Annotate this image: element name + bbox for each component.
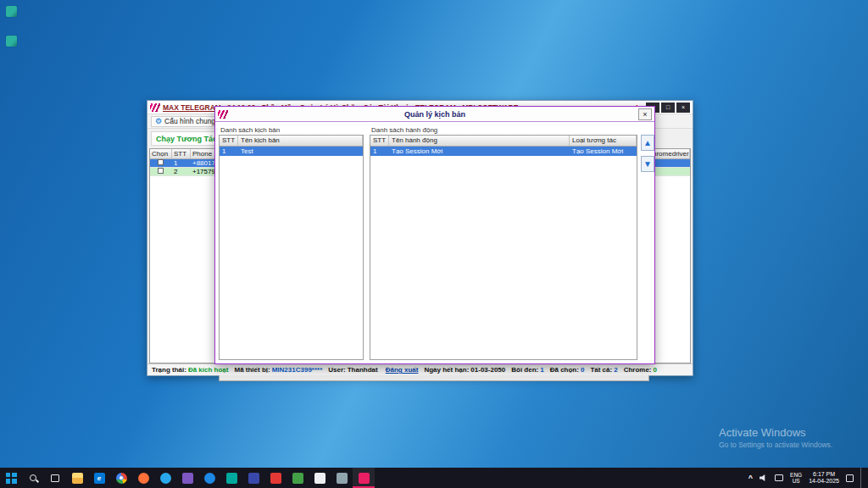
gear-icon: ⚙ — [155, 118, 162, 125]
select-cell — [150, 168, 172, 176]
column-header-stt: STT — [172, 149, 191, 158]
status-segment-value: 1 — [540, 366, 543, 374]
desktop-shortcut-icon[interactable] — [6, 36, 17, 47]
select-cell — [150, 159, 172, 168]
column-header-stt: STT — [370, 136, 389, 146]
status-segment-value: Đã kích hoạt — [188, 366, 229, 374]
dialog-close-button[interactable]: × — [638, 108, 652, 120]
dialog-titlebar: Quản lý kịch bản × — [215, 107, 654, 122]
status-bar: Trạng thái: Đã kích hoạt Mã thiết bị: MI… — [147, 363, 693, 375]
red-app-icon[interactable] — [264, 468, 287, 488]
column-header-select: Chọn — [150, 149, 172, 158]
tray-expand-icon[interactable]: ^ — [748, 474, 753, 482]
status-segment-value: 0 — [654, 366, 657, 374]
status-segment-label: User: — [328, 366, 345, 374]
status-segment-label: Bôi đen: — [511, 366, 538, 374]
taskbar: e ^ ENG US 6:17 PM 14-04-2025 — [0, 468, 868, 488]
account-checkbox[interactable] — [158, 159, 164, 165]
status-segment: Đã chọn: 0 — [550, 366, 585, 374]
actions-table-body: 1 Tạo Session Mới Tạo Session Mới — [370, 147, 637, 156]
desktop-shortcut-icon[interactable] — [6, 6, 17, 17]
move-up-button[interactable]: ▲ — [641, 135, 654, 151]
max-telegram-icon[interactable] — [353, 468, 375, 488]
watermark-subtitle: Go to Settings to activate Windows. — [719, 441, 832, 449]
status-segment-label: Mã thiết bị: — [234, 366, 270, 374]
telegram-icon[interactable] — [154, 468, 176, 488]
status-segment: Tất cả: 2 — [590, 366, 617, 374]
activate-windows-watermark: Activate Windows Go to Settings to activ… — [719, 426, 832, 449]
edge-icon[interactable]: e — [88, 468, 110, 488]
clock-time: 6:17 PM — [809, 471, 839, 478]
green-app-icon[interactable] — [287, 468, 309, 488]
chrome-icon[interactable] — [110, 468, 132, 488]
general-config-label: Cấu hình chung — [164, 117, 215, 125]
notepad-icon[interactable] — [309, 468, 331, 488]
start-icon[interactable] — [0, 468, 22, 488]
move-down-button[interactable]: ▼ — [641, 156, 654, 172]
scripts-table: STT Tên kịch bản 1 Test — [219, 135, 364, 360]
status-segment: Bôi đen: 1 — [511, 366, 543, 374]
script-row[interactable]: 1 Test — [220, 147, 363, 156]
action-center-icon[interactable] — [846, 474, 854, 482]
modal-bottom-strip — [219, 375, 649, 381]
taskbar-app-icons: e — [0, 468, 375, 488]
script-manager-dialog: Quản lý kịch bản × Danh sách kịch bản Da… — [214, 106, 655, 364]
run-interaction-label: Chạy Tương Tác — [156, 135, 217, 143]
status-segment: Mã thiết bị: MIN231C399**** — [234, 366, 322, 374]
teal-app-icon[interactable] — [220, 468, 242, 488]
status-segment-value: Đăng xuất — [386, 366, 419, 374]
scripts-list-label: Danh sách kịch bản — [220, 126, 280, 134]
status-segment: Trạng thái: Đã kích hoạt — [152, 366, 228, 374]
status-segment-value: 2 — [614, 366, 617, 374]
stt-cell: 2 — [172, 168, 191, 176]
actions-table-header: STT Tên hành động Loại tương tác — [370, 136, 637, 147]
column-header-chromedriver: hromedriver — [651, 149, 690, 158]
system-tray: ^ ENG US 6:17 PM 14-04-2025 — [748, 468, 868, 488]
gray-app-icon[interactable] — [331, 468, 353, 488]
status-segment-label: Chrome: — [624, 366, 652, 374]
scripts-table-body: 1 Test — [220, 147, 363, 156]
clock[interactable]: 6:17 PM 14-04-2025 — [809, 471, 839, 485]
status-segment: User: Thanhdat — [328, 366, 377, 374]
status-segment-value: 0 — [581, 366, 584, 374]
app-logo-icon — [150, 103, 160, 112]
stt-cell: 1 — [220, 147, 238, 156]
language-indicator[interactable]: ENG US — [790, 472, 802, 484]
dialog-title: Quản lý kịch bản — [215, 110, 654, 119]
status-segment: Ngày hết hạn: 01-03-2050 — [424, 366, 505, 374]
account-checkbox[interactable] — [158, 168, 164, 174]
status-segment-value: Thanhdat — [348, 366, 378, 374]
skype-icon[interactable] — [198, 468, 220, 488]
speaker-icon[interactable] — [760, 474, 768, 482]
maximize-button[interactable]: □ — [661, 103, 675, 113]
close-button[interactable]: × — [676, 103, 690, 113]
language-top: ENG — [790, 472, 802, 478]
watermark-title: Activate Windows — [719, 426, 832, 439]
firefox-icon[interactable] — [132, 468, 154, 488]
desktop: MAX TELEGRAM v24.10.03 - Phần Mềm Quản L… — [0, 0, 868, 488]
file-explorer-icon[interactable] — [66, 468, 88, 488]
search-icon[interactable] — [22, 468, 44, 488]
navy-app-icon[interactable] — [242, 468, 264, 488]
language-bottom: US — [790, 478, 802, 484]
column-header-script-name: Tên kịch bản — [238, 136, 363, 146]
status-segment: Đăng xuất — [384, 366, 419, 374]
status-segment-label: Trạng thái: — [152, 366, 186, 374]
action-name-cell: Tạo Session Mới — [389, 147, 570, 156]
status-segment-label: Ngày hết hạn: — [424, 366, 469, 374]
network-icon[interactable] — [775, 474, 783, 481]
task-view-icon[interactable] — [44, 468, 66, 488]
status-segment-label: Đã chọn: — [550, 366, 579, 374]
stt-cell: 1 — [172, 159, 191, 168]
stt-cell: 1 — [370, 147, 389, 156]
show-desktop-button[interactable] — [860, 468, 863, 488]
notepad-plus-icon[interactable] — [176, 468, 198, 488]
clock-date: 14-04-2025 — [809, 478, 839, 485]
script-name-cell: Test — [238, 147, 363, 156]
chromedriver-cell — [651, 159, 690, 168]
interaction-type-cell: Tạo Session Mới — [570, 147, 637, 156]
column-header-interaction-type: Loại tương tác — [570, 136, 637, 146]
general-config-button[interactable]: ⚙ Cấu hình chung — [151, 116, 220, 127]
status-segment: Chrome: 0 — [624, 366, 657, 374]
action-row[interactable]: 1 Tạo Session Mới Tạo Session Mới — [370, 147, 637, 156]
